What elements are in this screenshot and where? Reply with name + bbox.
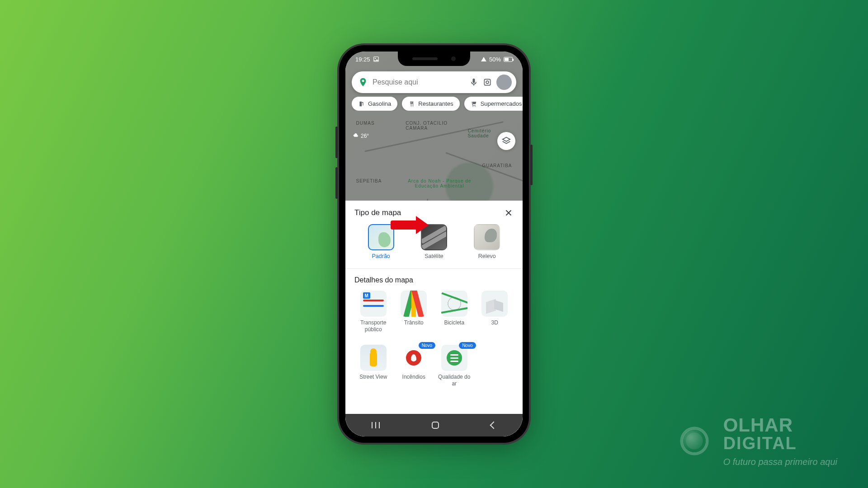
detail-fires[interactable]: Novo Incêndios [395,345,433,387]
detail-air-quality[interactable]: Novo Qualidade do ar [435,345,473,387]
map-type-satellite[interactable]: Satélite [421,224,447,259]
weather-icon [353,133,359,139]
map-type-label: Satélite [425,253,443,259]
fuel-icon [358,101,364,107]
map-type-row: Padrão Satélite Relevo [354,224,514,259]
svg-point-3 [486,81,489,84]
new-badge: Novo [419,342,435,349]
account-avatar[interactable] [496,75,512,90]
category-chips: Gasolina Restaurantes Supermercados [352,97,523,111]
streetview-icon [360,345,387,371]
map-label-camara: CONJ. OTACILIO CAMARA [406,121,455,131]
transit-icon: M [360,291,387,317]
watermark: OLHAR DIGITAL O futuro passa primeiro aq… [674,416,837,466]
chip-supermercados[interactable]: Supermercados [464,97,523,111]
map-pin-icon [358,77,368,87]
chip-label: Supermercados [481,100,522,107]
map-options-sheet: Tipo de mapa Padrão Satélite Relevo [345,201,523,436]
detail-3d[interactable]: 3D [476,291,514,333]
map-type-terrain[interactable]: Relevo [474,224,500,259]
three-d-icon [481,291,508,317]
divider [345,268,523,269]
phone-notch [398,52,470,66]
detail-traffic[interactable]: Trânsito [395,291,433,333]
svg-rect-2 [484,79,490,85]
map-label-guaratiba: GUARATIBA [482,163,512,168]
nav-recent-button[interactable] [372,422,380,428]
detail-label: Trânsito [404,319,424,333]
layers-icon [501,136,511,146]
close-button[interactable] [504,208,514,218]
nav-back-button[interactable] [490,422,498,429]
cart-icon [471,101,477,107]
image-icon [373,56,379,62]
status-battery-pct: 50% [489,56,501,63]
svg-point-1 [375,58,376,59]
phone-frame: SEPETIBA GUARATIBA DUMAS CONJ. OTACILIO … [339,45,529,443]
watermark-line1: OLHAR [723,416,837,435]
traffic-icon [401,291,427,317]
map-label-dumas: DUMAS [356,121,375,126]
search-bar[interactable]: Pesquise aqui [352,71,516,93]
map-type-satellite-tile [421,224,447,250]
map-details-grid: M Transporte público Trânsito Bicicleta … [354,291,514,387]
sheet-title-type: Tipo de mapa [354,208,401,217]
android-navbar [345,414,523,436]
detail-label: Incêndios [402,374,425,387]
map-label-sepetiba: SEPETIBA [356,178,382,183]
search-placeholder: Pesquise aqui [373,78,465,86]
bike-icon [441,291,467,317]
map-type-label: Padrão [372,253,390,259]
restaurant-icon [408,101,415,107]
chip-label: Gasolina [368,100,391,107]
map-type-terrain-tile [474,224,500,250]
map-label-arca: Arca do Noah - Parque de Educação Ambien… [406,178,473,188]
layers-button[interactable] [497,132,515,150]
detail-label: Qualidade do ar [435,374,473,387]
close-icon [504,208,514,218]
detail-label: Street View [359,374,387,387]
map-type-default-tile [368,224,394,250]
detail-label: 3D [491,319,498,333]
detail-bike[interactable]: Bicicleta [435,291,473,333]
new-badge: Novo [459,342,476,349]
sheet-title-details: Detalhes do mapa [354,276,514,284]
watermark-logo-icon [674,420,715,462]
map-type-default[interactable]: Padrão [368,224,394,259]
lens-icon[interactable] [483,78,492,87]
detail-label: Bicicleta [444,319,464,333]
watermark-line2: DIGITAL [723,435,837,452]
detail-transit[interactable]: M Transporte público [354,291,392,333]
signal-icon [481,57,486,61]
nav-home-button[interactable] [432,422,439,429]
mic-icon[interactable] [469,78,478,87]
watermark-tagline: O futuro passa primeiro aqui [723,457,837,466]
detail-label: Transporte público [354,319,392,333]
phone-screen: SEPETIBA GUARATIBA DUMAS CONJ. OTACILIO … [345,52,523,436]
chip-label: Restaurantes [418,100,453,107]
chip-gasolina[interactable]: Gasolina [352,97,397,111]
battery-icon [504,57,513,62]
map-type-label: Relevo [478,253,496,259]
detail-streetview[interactable]: Street View [354,345,392,387]
weather-temp: 26° [361,133,369,139]
weather-pill[interactable]: 26° [353,133,369,139]
status-time: 19:25 [355,56,370,63]
chip-restaurantes[interactable]: Restaurantes [402,97,459,111]
